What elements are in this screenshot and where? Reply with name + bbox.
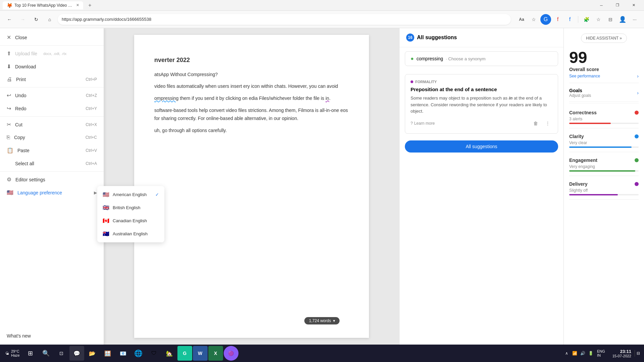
facebook-icon[interactable]: f [565, 14, 575, 25]
overall-score-label: Overall score [569, 67, 639, 72]
adjust-goals-label: Adjust goals [569, 93, 591, 98]
menu-editor-settings-item[interactable]: ⚙ Editor settings [0, 173, 104, 186]
lang-british-item[interactable]: 🇬🇧 British English [97, 201, 164, 214]
all-suggestions-btn[interactable]: All suggestions [405, 140, 558, 153]
menu-download-item[interactable]: ⬇ Download [0, 60, 104, 73]
left-menu: ✕ Close ⬆ Upload file docx, .odt, .rtx ⬇… [0, 28, 104, 345]
see-performance-row: See performance › [569, 73, 639, 79]
menu-language-item[interactable]: 🇺🇸 Language preference ▶ 🇺🇸 American Eng… [0, 186, 104, 199]
back-btn[interactable]: ← [4, 14, 15, 25]
taskbar-mail-app[interactable]: 📧 [116, 346, 130, 361]
taskbar-word-app[interactable]: W [193, 346, 208, 361]
taskbar: 🌤 29°C Haze ⊞ 🔍 ⊡ 💬 📂 🪟 📧 🌐 🛡 🏡 G W X 🟣 … [0, 345, 644, 362]
lang-canadian-item[interactable]: 🇨🇦 Canadian English [97, 214, 164, 227]
score-number: 99 [569, 48, 639, 67]
doc-page[interactable]: nverter 2022 atsApp Without Compressing?… [134, 35, 369, 338]
taskbar-edge-app[interactable]: 🌐 [131, 346, 146, 361]
menu-close-item[interactable]: ✕ Close [0, 31, 104, 44]
menu-undo-item[interactable]: ↩ Undo Ctrl+Z [0, 89, 104, 102]
taskbar-shield-app[interactable]: 🛡 [147, 346, 161, 361]
more-btn[interactable]: ··· [629, 14, 640, 25]
question-icon: ? [411, 121, 413, 126]
hide-assistant-btn[interactable]: HIDE ASSISTANT » [581, 34, 627, 43]
taskbar-home-app[interactable]: 🏡 [162, 346, 177, 361]
systray-network-icon[interactable]: 📶 [572, 350, 578, 357]
more-suggestion-btn[interactable]: ⋮ [543, 119, 552, 128]
delivery-bar-fill [569, 194, 618, 195]
lang-american-item[interactable]: 🇺🇸 American English ✓ [97, 188, 164, 201]
language-label: Language preference [17, 190, 62, 195]
systray-battery-icon[interactable]: 🔋 [588, 350, 594, 357]
copy-label: Copy [14, 135, 25, 140]
delete-suggestion-btn[interactable]: 🗑 [531, 119, 540, 128]
systray-lang[interactable]: ENG IN [596, 349, 606, 357]
selectall-shortcut: Ctrl+A [86, 161, 97, 166]
print-shortcut: Ctrl+P [86, 77, 97, 82]
window-controls: ─ ❐ ✕ [594, 0, 641, 11]
collections-btn[interactable]: ⊟ [605, 14, 616, 25]
show-desktop-btn[interactable]: ⊟ [635, 350, 641, 357]
menu-selectall-item[interactable]: ◻ Select all Ctrl+A [0, 157, 104, 170]
systray-chevron-icon[interactable]: ∧ [564, 350, 570, 357]
menu-cut-item[interactable]: ✂ Cut Ctrl+X [0, 118, 104, 131]
doc-para4: uh, go through all options carefully. [154, 127, 349, 135]
address-input[interactable] [58, 14, 511, 25]
goals-label: Goals [569, 88, 591, 93]
taskbar-teams-app[interactable]: 💬 [69, 346, 84, 361]
refresh-btn[interactable]: ↻ [31, 14, 42, 25]
goals-row[interactable]: Goals Adjust goals › [569, 84, 639, 102]
formality-tag: FORMALITY [411, 80, 552, 84]
menu-copy-item[interactable]: ⎘ Copy Ctrl+C [0, 131, 104, 144]
favorites-btn[interactable]: ☆ [593, 14, 604, 25]
new-tab-btn[interactable]: + [86, 1, 94, 9]
redo-label: Redo [15, 106, 26, 111]
reader-icon[interactable]: Aa [516, 14, 527, 25]
clarity-bar-fill [569, 146, 632, 148]
taskview-btn[interactable]: ⊡ [54, 346, 69, 361]
favorites-icon[interactable]: ☆ [528, 14, 539, 25]
choose-synonym-link[interactable]: · Choose a synonym [446, 56, 486, 61]
doc-para2b: ompressing them if you send it by clicki… [154, 95, 349, 103]
menu-print-item[interactable]: 🖨 Print Ctrl+P [0, 73, 104, 86]
suggestions-header: 16 All suggestions [399, 28, 564, 47]
doc-para1: atsApp Without Compressing? [154, 71, 349, 79]
taskbar-explorer-app[interactable]: 📂 [85, 346, 100, 361]
menu-upload-item[interactable]: ⬆ Upload file docx, .odt, .rtx [0, 47, 104, 60]
clock-date: 15-07-2022 [612, 354, 631, 358]
profile-btn[interactable]: 👤 [617, 14, 628, 25]
close-btn[interactable]: ✕ [626, 0, 641, 11]
taskbar-purple-app[interactable]: 🟣 [224, 346, 238, 361]
extensions-btn[interactable]: 🧩 [581, 14, 592, 25]
chevron-right-icon: › [637, 73, 639, 79]
taskbar-clock[interactable]: 23:11 15-07-2022 [610, 349, 634, 358]
synonym-word: compressing [417, 56, 443, 61]
suggestions-count: 16 [406, 34, 414, 42]
doc-para2-text: video files automatically when users ins… [154, 83, 338, 89]
start-btn[interactable]: ⊞ [23, 346, 38, 361]
learn-more-link[interactable]: ? Learn more [411, 121, 435, 126]
taskbar-grammarly-app[interactable]: G [177, 346, 192, 361]
taskbar-start-app[interactable]: 🪟 [100, 346, 115, 361]
home-btn[interactable]: ⌂ [44, 14, 55, 25]
menu-paste-item[interactable]: 📋 Paste Ctrl+V [0, 144, 104, 157]
forward-btn[interactable]: → [17, 14, 28, 25]
lang-australian-item[interactable]: 🇦🇺 Australian English [97, 227, 164, 240]
search-taskbar-btn[interactable]: 🔍 [39, 346, 53, 361]
systray-volume-icon[interactable]: 🔊 [580, 350, 586, 357]
all-suggestions-wrapper: All suggestions [399, 138, 564, 157]
british-flag-icon: 🇬🇧 [103, 204, 109, 211]
suggestion-actions: 🗑 ⋮ [531, 119, 552, 128]
canadian-flag-icon: 🇨🇦 [103, 218, 109, 224]
filehippo-icon[interactable]: f [552, 14, 563, 25]
menu-redo-item[interactable]: ↪ Redo Ctrl+Y [0, 102, 104, 115]
whats-new-item[interactable]: What's new [0, 330, 104, 342]
score-panel: HIDE ASSISTANT » 99 Overall score See pe… [564, 28, 644, 345]
browser-tab[interactable]: 🦊 Top 10 Free WhatsApp Video Co... ✕ [3, 1, 83, 9]
tab-close-btn[interactable]: ✕ [76, 3, 79, 7]
word-count-bar[interactable]: 1,724 words ▾ [304, 317, 339, 324]
taskbar-excel-app[interactable]: X [208, 346, 223, 361]
see-performance-link[interactable]: See performance [569, 74, 600, 78]
minimize-btn[interactable]: ─ [594, 0, 609, 11]
grammarly-ext-icon[interactable]: G [540, 14, 551, 25]
maximize-btn[interactable]: ❐ [610, 0, 625, 11]
